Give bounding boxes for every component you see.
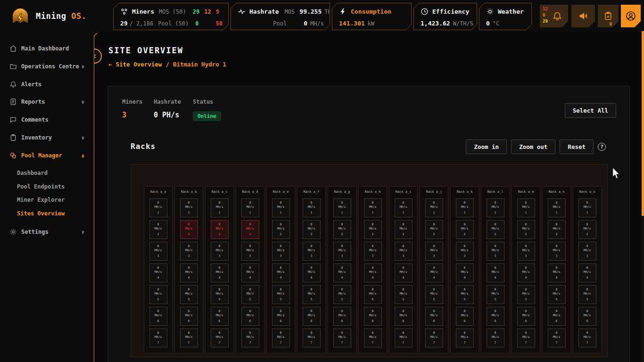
miner-cell[interactable]: 0MH/s2 [578, 220, 596, 239]
miner-cell[interactable]: 0MH/s5 [395, 285, 413, 304]
miner-cell[interactable]: 0MH/s1 [364, 198, 382, 217]
miner-cell[interactable]: 0MH/s7 [303, 329, 321, 347]
miner-cell[interactable]: 0MH/s6 [395, 307, 413, 326]
miner-cell[interactable]: 0MH/s1 [211, 198, 229, 217]
miner-cell[interactable]: 0MH/s5 [180, 285, 198, 304]
miner-cell[interactable]: 0MH/s6 [333, 307, 351, 326]
help-icon[interactable]: ? [598, 143, 606, 151]
miner-cell[interactable]: 0MH/s5 [364, 285, 382, 304]
miner-cell[interactable]: 0MH/s5 [272, 285, 290, 304]
miner-cell[interactable]: 0MH/s5 [425, 285, 443, 304]
zoom-out-button[interactable]: Zoom out [511, 140, 555, 154]
miner-cell[interactable]: 0MH/s6 [303, 307, 321, 326]
miner-cell[interactable]: 0MH/s6 [180, 307, 198, 326]
sidebar-item-main-dashboard[interactable]: Main Dashboard [0, 42, 94, 55]
sidebar-subitem-sites-overview[interactable]: Sites Overview [17, 208, 65, 219]
miner-cell[interactable]: 0MH/s6 [425, 307, 443, 326]
miner-cell[interactable]: 0MH/s6 [517, 307, 535, 326]
miner-cell[interactable]: 0MH/s2 [149, 220, 167, 239]
miner-cell[interactable]: 0MH/s1 [517, 198, 535, 217]
miner-cell[interactable]: 0MH/s4 [487, 263, 504, 282]
miner-cell[interactable]: 0MH/s1 [303, 198, 321, 217]
miner-cell[interactable]: 0MH/s5 [548, 285, 566, 304]
sidebar-item-alerts[interactable]: Alerts [0, 78, 94, 90]
sidebar-subitem-dashboard[interactable]: Dashboard [17, 168, 48, 178]
miner-cell[interactable]: 0MH/s3 [456, 242, 474, 261]
miner-cell[interactable]: 0MH/s2 [548, 220, 566, 239]
miner-cell[interactable]: 0MH/s4 [548, 263, 566, 282]
miner-cell[interactable]: 0MH/s3 [548, 242, 566, 261]
miner-cell[interactable]: 0MH/s3 [149, 242, 167, 261]
miner-cell[interactable]: 0MH/s2 [517, 220, 535, 239]
miner-cell[interactable]: 0MH/s1 [487, 198, 504, 217]
sidebar-item-reports[interactable]: Reports ∨ [0, 96, 94, 108]
page-scrollbar[interactable] [642, 30, 644, 362]
miner-cell[interactable]: 0MH/s7 [180, 329, 198, 347]
miner-cell[interactable]: 0MH/s6 [487, 307, 504, 326]
miner-cell[interactable]: 0MH/s4 [517, 263, 535, 282]
miner-cell[interactable]: 0MH/s6 [149, 307, 167, 326]
miner-cell[interactable]: 0MH/s4 [425, 263, 443, 282]
miner-cell[interactable]: 0MH/s5 [487, 285, 504, 304]
miner-cell[interactable]: 0MH/s5 [456, 285, 474, 304]
sound-button[interactable] [571, 5, 595, 27]
miner-cell[interactable]: 0MH/s3 [578, 242, 596, 261]
miner-cell[interactable]: 0MH/s5 [241, 285, 259, 304]
miner-cell[interactable]: 0MH/s5 [211, 285, 229, 304]
miner-cell[interactable]: 0MH/s1 [395, 198, 413, 217]
miner-cell[interactable]: 0MH/s4 [364, 263, 382, 282]
miner-cell[interactable]: 0MH/s2 [272, 220, 290, 239]
miner-cell[interactable]: 0MH/s4 [333, 263, 351, 282]
miner-cell[interactable]: 0MH/s7 [333, 329, 351, 347]
miner-cell[interactable]: 0MH/s7 [395, 329, 413, 347]
select-all-button[interactable]: Select All [565, 103, 616, 118]
miner-cell[interactable]: 0MH/s7 [425, 329, 443, 347]
miner-cell[interactable]: 0MH/s1 [180, 198, 198, 217]
miner-cell[interactable]: 0MH/s7 [149, 329, 167, 347]
miner-cell[interactable]: 0MH/s2 [487, 220, 504, 239]
miner-cell[interactable]: 0MH/s3 [517, 242, 535, 261]
sidebar-item-settings[interactable]: Settings ∨ [0, 226, 94, 238]
miner-cell[interactable]: 0MH/s2 [303, 220, 321, 239]
miner-cell[interactable]: 0MH/s4 [272, 263, 290, 282]
miner-cell[interactable]: 0MH/s5 [149, 285, 167, 304]
miner-cell[interactable]: 0MH/s6 [211, 307, 229, 326]
miner-cell[interactable]: 0MH/s6 [364, 307, 382, 326]
breadcrumb-root[interactable]: Site Overview [116, 61, 162, 68]
sidebar-item-pool-manager[interactable]: Pool Manager ∧ [0, 149, 94, 162]
miner-cell[interactable]: 0MH/s7 [456, 329, 474, 347]
back-arrow-icon[interactable]: ← [108, 61, 112, 68]
sidebar-item-operations-centre[interactable]: Operations Centre ∨ [0, 60, 94, 73]
miner-cell[interactable]: 0MH/s1 [149, 198, 167, 217]
miner-cell[interactable]: 0MH/s6 [578, 307, 596, 326]
miner-cell[interactable]: 0MH/s2 [211, 220, 229, 239]
miner-cell[interactable]: 0MH/s2 [456, 220, 474, 239]
miner-cell[interactable]: 0MH/s1 [548, 198, 566, 217]
miner-cell[interactable]: 0MH/s7 [211, 329, 229, 347]
miner-cell[interactable]: 0MH/s6 [272, 307, 290, 326]
miner-cell[interactable]: 0MH/s2 [180, 220, 198, 239]
account-button[interactable] [621, 5, 641, 27]
miner-cell[interactable]: 0MH/s3 [180, 242, 198, 261]
miner-cell[interactable]: 0MH/s7 [578, 329, 596, 347]
notifications-button[interactable]: 12 0 29 [540, 5, 568, 27]
miner-cell[interactable]: 0MH/s4 [456, 263, 474, 282]
miner-cell[interactable]: 0MH/s3 [272, 242, 290, 261]
miner-cell[interactable]: 0MH/s2 [364, 220, 382, 239]
miner-cell[interactable]: 0MH/s7 [548, 329, 566, 347]
miner-cell[interactable]: 0MH/s1 [272, 198, 290, 217]
miner-cell[interactable]: 0MH/s3 [364, 242, 382, 261]
miner-cell[interactable]: 0MH/s4 [149, 263, 167, 282]
miner-cell[interactable]: 0MH/s4 [395, 263, 413, 282]
miner-cell[interactable]: 0MH/s2 [395, 220, 413, 239]
sidebar-item-inventory[interactable]: Inventory ∨ [0, 132, 94, 144]
miner-cell[interactable]: 0MH/s5 [333, 285, 351, 304]
miner-cell[interactable]: 0MH/s4 [578, 263, 596, 282]
miner-cell[interactable]: 0MH/s3 [241, 242, 259, 261]
miner-cell[interactable]: 0MH/s4 [303, 263, 321, 282]
sidebar-item-comments[interactable]: Comments [0, 114, 94, 126]
miner-cell[interactable]: 0MH/s3 [487, 242, 504, 261]
miner-cell[interactable]: 0MH/s2 [425, 220, 443, 239]
scrollbar-thumb[interactable] [642, 31, 644, 216]
miner-cell[interactable]: 0MH/s2 [241, 220, 259, 239]
